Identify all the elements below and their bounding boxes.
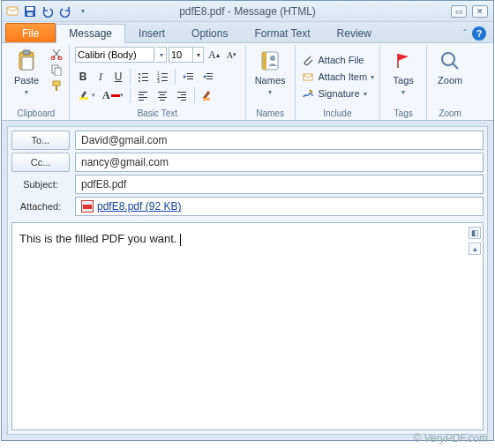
scroll-up-icon[interactable]: ▴ (469, 243, 481, 255)
font-name-dropdown-icon[interactable]: ▾ (156, 47, 167, 63)
svg-rect-14 (142, 73, 148, 74)
save-icon[interactable] (23, 4, 37, 19)
to-button[interactable]: To... (11, 131, 70, 150)
svg-point-15 (139, 77, 140, 78)
clear-format-icon[interactable] (199, 87, 216, 103)
paste-button[interactable]: Paste▾ (9, 47, 44, 100)
tab-review[interactable]: Review (324, 23, 385, 42)
cc-field[interactable] (75, 153, 484, 172)
svg-rect-3 (27, 12, 33, 16)
redo-icon[interactable] (58, 4, 72, 19)
minimize-ribbon-icon[interactable]: ˆ (463, 28, 467, 39)
names-button[interactable]: Names▾ (251, 47, 289, 100)
shrink-font-icon[interactable]: A▾ (224, 47, 240, 63)
close-button[interactable]: ✕ (472, 5, 488, 18)
svg-rect-40 (177, 92, 186, 93)
flag-icon (391, 49, 416, 73)
svg-rect-6 (22, 57, 33, 70)
zoom-button[interactable]: Zoom (432, 47, 468, 87)
address-book-icon (258, 49, 282, 73)
attach-file-label: Attach File (319, 55, 364, 65)
signature-dropdown-icon: ▾ (364, 90, 367, 98)
group-include-label: Include (323, 107, 351, 120)
paperclip-icon (301, 53, 315, 67)
font-size-select[interactable]: ▾ (169, 47, 204, 63)
svg-rect-41 (181, 94, 186, 95)
tab-file[interactable]: File (5, 23, 56, 42)
svg-rect-37 (160, 94, 165, 95)
font-name-select[interactable] (75, 47, 154, 63)
paste-icon (14, 49, 39, 73)
increase-indent-icon[interactable] (199, 69, 216, 85)
ruler-toggle-icon[interactable]: ◧ (469, 227, 481, 239)
help-icon[interactable]: ? (472, 26, 486, 41)
numbering-button[interactable]: 123 (154, 69, 171, 85)
svg-rect-35 (139, 100, 144, 101)
decrease-indent-icon[interactable] (179, 69, 197, 85)
align-left-icon[interactable] (134, 87, 152, 103)
svg-point-49 (442, 53, 454, 65)
svg-rect-36 (158, 92, 167, 93)
align-right-icon[interactable] (173, 87, 191, 103)
signature-icon (301, 86, 315, 101)
underline-button[interactable]: U (110, 69, 126, 85)
svg-rect-43 (181, 100, 186, 101)
tab-insert[interactable]: Insert (125, 23, 178, 42)
grow-font-icon[interactable]: A▴ (206, 47, 222, 63)
undo-icon[interactable] (41, 4, 55, 19)
signature-button[interactable]: Signature ▾ (301, 86, 367, 101)
svg-rect-26 (187, 76, 193, 77)
maximize-button[interactable]: ▭ (451, 5, 467, 18)
attach-file-button[interactable]: Attach File (301, 52, 364, 68)
align-center-icon[interactable] (154, 87, 171, 103)
window-controls: ▭ ✕ (451, 5, 493, 18)
clipboard-small (49, 47, 64, 93)
to-field[interactable] (75, 131, 484, 150)
format-painter-icon[interactable] (49, 78, 64, 93)
italic-button[interactable]: I (93, 69, 109, 85)
svg-rect-12 (56, 86, 57, 91)
cc-button[interactable]: Cc... (11, 153, 70, 172)
group-tags-label: Tags (394, 107, 413, 120)
tags-button[interactable]: Tags▾ (386, 47, 421, 100)
copy-icon[interactable] (49, 63, 64, 77)
compose-wrap: To... Cc... Subject: Attached: pdfE8.pdf… (2, 121, 493, 440)
attached-file-link[interactable]: pdfE8.pdf (92 KB) (97, 200, 181, 213)
separator (175, 69, 176, 85)
tab-options[interactable]: Options (178, 23, 241, 42)
subject-field[interactable] (75, 175, 484, 194)
qat-dropdown-icon[interactable]: ▾ (76, 4, 90, 19)
group-tags: Tags▾ Tags (380, 45, 427, 120)
cut-icon[interactable] (49, 47, 64, 61)
svg-rect-46 (262, 52, 266, 70)
attach-item-icon (301, 70, 315, 84)
compose-panel: To... Cc... Subject: Attached: pdfE8.pdf… (7, 126, 488, 435)
svg-rect-39 (160, 100, 165, 101)
group-basic-text-label: Basic Text (138, 107, 177, 120)
tab-format-text[interactable]: Format Text (241, 23, 323, 42)
font-size-value[interactable] (169, 48, 192, 62)
bullets-button[interactable] (134, 69, 152, 85)
separator (194, 87, 195, 103)
svg-rect-33 (139, 94, 144, 95)
message-body[interactable]: This is the filled PDF you want. ◧ ▴ (11, 222, 484, 430)
zoom-label: Zoom (438, 75, 462, 86)
group-zoom: Zoom Zoom (427, 45, 473, 120)
names-label: Names (255, 75, 286, 86)
text-cursor (180, 234, 181, 246)
svg-rect-10 (55, 68, 61, 76)
highlight-button[interactable]: ▾ (75, 87, 98, 103)
svg-rect-44 (203, 98, 210, 101)
svg-rect-30 (206, 78, 213, 79)
attached-field[interactable]: pdfE8.pdf (92 KB) (75, 197, 484, 216)
font-size-dropdown-icon[interactable]: ▾ (192, 48, 203, 62)
attach-item-button[interactable]: Attach Item ▾ (301, 69, 375, 85)
bold-button[interactable]: B (75, 69, 91, 85)
separator (130, 87, 131, 103)
svg-text:3: 3 (157, 78, 160, 83)
paste-dropdown-icon: ▾ (25, 88, 28, 96)
font-color-button[interactable]: A▾ (100, 87, 126, 103)
svg-rect-29 (206, 76, 213, 77)
tab-message[interactable]: Message (56, 24, 125, 43)
group-names-label: Names (256, 107, 284, 120)
